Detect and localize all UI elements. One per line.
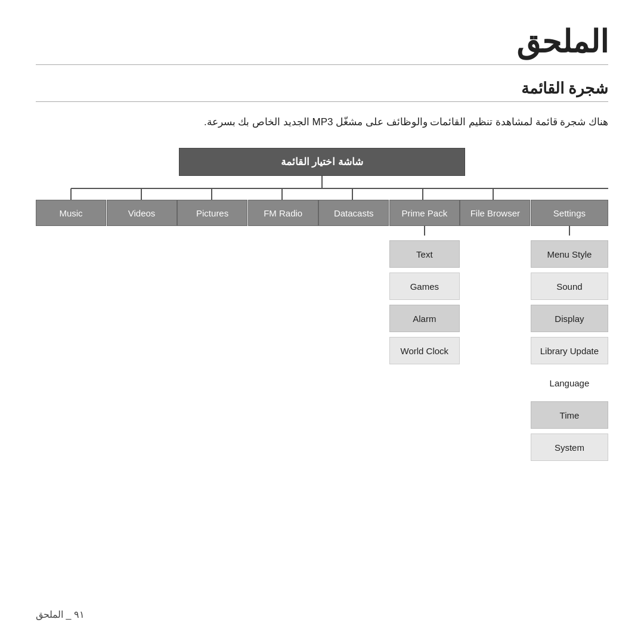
node-games: Games bbox=[389, 273, 460, 300]
node-music: Music bbox=[36, 200, 106, 226]
heading-divider bbox=[36, 101, 608, 102]
section-heading: شجرة القائمة bbox=[36, 79, 608, 98]
tree-container: شاشة اختيار القائمة bbox=[36, 148, 608, 461]
node-system: System bbox=[531, 434, 608, 461]
subtree-music: Music bbox=[36, 200, 106, 226]
settings-subnodes: Menu Style Sound Display Library Update … bbox=[531, 236, 608, 461]
node-videos: Videos bbox=[107, 200, 177, 226]
node-libraryupdate: Library Update bbox=[531, 337, 608, 364]
subtree-datacasts: Datacasts bbox=[318, 200, 389, 226]
root-connector bbox=[321, 176, 323, 188]
settings-connector bbox=[569, 226, 570, 236]
node-display: Display bbox=[531, 305, 608, 332]
subtree-fmradio: FM Radio bbox=[248, 200, 318, 226]
main-level: Music Videos Pictures FM Radio Datacasts… bbox=[36, 200, 608, 461]
primepack-connector bbox=[424, 226, 425, 236]
node-primepack: Prime Pack bbox=[389, 200, 460, 226]
node-settings: Settings bbox=[531, 200, 608, 226]
root-row: شاشة اختيار القائمة bbox=[36, 148, 608, 176]
root-node: شاشة اختيار القائمة bbox=[179, 148, 465, 176]
primepack-subnodes: Text Games Alarm World Clock bbox=[389, 236, 460, 364]
subtree-primepack: Prime Pack Text Games Alarm World Clock bbox=[389, 200, 460, 364]
node-text: Text bbox=[389, 240, 460, 268]
node-worldclock: World Clock bbox=[389, 337, 460, 364]
node-alarm: Alarm bbox=[389, 305, 460, 332]
footer: ٩١ _ الملحق bbox=[36, 609, 85, 620]
node-filebrowser: File Browser bbox=[460, 200, 530, 226]
title-divider bbox=[36, 64, 608, 65]
node-fmradio: FM Radio bbox=[248, 200, 318, 226]
subtree-pictures: Pictures bbox=[177, 200, 247, 226]
h-connector-wrapper bbox=[36, 188, 608, 200]
subtree-filebrowser: File Browser bbox=[460, 200, 530, 226]
subtree-settings: Settings Menu Style Sound Display Librar… bbox=[531, 200, 608, 461]
node-language: Language bbox=[531, 369, 608, 397]
node-datacasts: Datacasts bbox=[318, 200, 389, 226]
page-title: الملحق bbox=[36, 24, 608, 60]
page: الملحق شجرة القائمة هناك شجرة قائمة لمشا… bbox=[0, 0, 644, 644]
node-time: Time bbox=[531, 401, 608, 429]
node-sound: Sound bbox=[531, 273, 608, 300]
body-text: هناك شجرة قائمة لمشاهدة تنظيم القائمات و… bbox=[36, 114, 608, 130]
subtree-videos: Videos bbox=[107, 200, 177, 226]
h-connector-svg bbox=[36, 188, 608, 200]
node-pictures: Pictures bbox=[177, 200, 247, 226]
node-menustyle: Menu Style bbox=[531, 240, 608, 268]
